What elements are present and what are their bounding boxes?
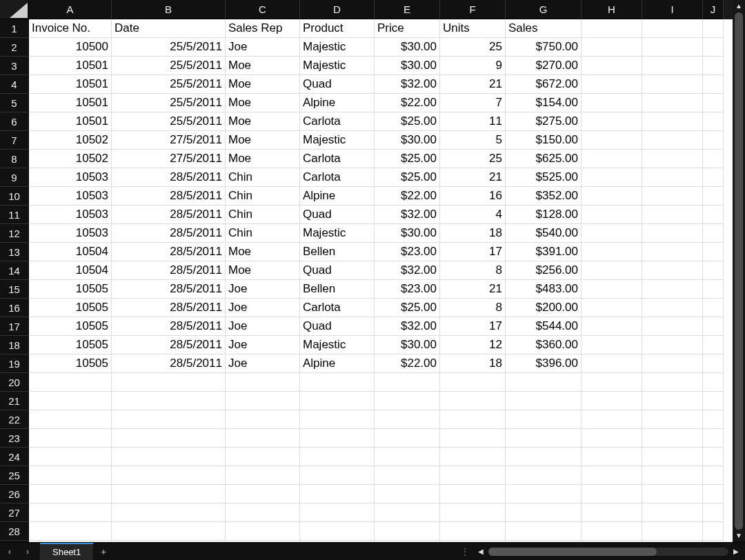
cell-J1[interactable] [703,19,724,38]
scroll-right-arrow-icon[interactable]: ▶︎ [730,548,742,555]
cell-B14[interactable]: 28/5/2011 [112,261,226,280]
cell-F5[interactable]: 7 [440,94,506,112]
cell-I14[interactable] [642,261,703,280]
cell-J6[interactable] [703,112,724,131]
cell-G27[interactable] [506,503,582,522]
cell-G17[interactable]: $544.00 [506,317,582,336]
cell-E6[interactable]: $25.00 [375,112,440,131]
scroll-down-arrow-icon[interactable]: ▼ [733,530,745,542]
cell-C7[interactable]: Moe [226,131,300,150]
cell-C18[interactable]: Joe [226,336,300,354]
cell-G12[interactable]: $540.00 [506,224,582,243]
cell-D18[interactable]: Majestic [300,336,375,354]
cell-H4[interactable] [582,75,642,94]
row-header-11[interactable]: 11 [0,206,29,224]
column-header-E[interactable]: E [375,0,440,19]
cell-A6[interactable]: 10501 [29,112,112,131]
cell-D2[interactable]: Majestic [300,38,375,57]
cell-J29[interactable] [703,541,724,542]
row-header-5[interactable]: 5 [0,94,29,112]
cell-I23[interactable] [642,429,703,448]
cell-H16[interactable] [582,299,642,317]
cell-I5[interactable] [642,94,703,112]
cell-C28[interactable] [226,522,300,541]
cell-F2[interactable]: 25 [440,38,506,57]
cell-C27[interactable] [226,503,300,522]
cell-D15[interactable]: Bellen [300,280,375,299]
cell-H6[interactable] [582,112,642,131]
cell-E26[interactable] [375,485,440,503]
row-header-18[interactable]: 18 [0,336,29,354]
cell-I18[interactable] [642,336,703,354]
cell-I20[interactable] [642,373,703,392]
cell-D6[interactable]: Carlota [300,112,375,131]
cell-B6[interactable]: 25/5/2011 [112,112,226,131]
cell-J16[interactable] [703,299,724,317]
cell-I9[interactable] [642,168,703,187]
cell-H23[interactable] [582,429,642,448]
row-header-16[interactable]: 16 [0,299,29,317]
cell-B5[interactable]: 25/5/2011 [112,94,226,112]
row-header-14[interactable]: 14 [0,261,29,280]
horizontal-scrollbar[interactable]: ⋮ ◀︎ ▶︎ [455,543,745,560]
cell-I29[interactable] [642,541,703,542]
cell-I3[interactable] [642,57,703,75]
cell-H10[interactable] [582,187,642,206]
cell-J21[interactable] [703,392,724,410]
cell-B12[interactable]: 28/5/2011 [112,224,226,243]
cell-B23[interactable] [112,429,226,448]
cell-B2[interactable]: 25/5/2011 [112,38,226,57]
cell-H2[interactable] [582,38,642,57]
cell-I22[interactable] [642,410,703,429]
cell-I11[interactable] [642,206,703,224]
row-header-29[interactable]: 29 [0,541,29,542]
row-header-20[interactable]: 20 [0,373,29,392]
hscroll-splitter-icon[interactable]: ⋮ [455,547,475,557]
cell-G28[interactable] [506,522,582,541]
cell-A17[interactable]: 10505 [29,317,112,336]
scroll-up-arrow-icon[interactable]: ▲ [733,0,745,12]
cell-D19[interactable]: Alpine [300,354,375,373]
cell-E3[interactable]: $30.00 [375,57,440,75]
column-header-D[interactable]: D [300,0,375,19]
cell-J18[interactable] [703,336,724,354]
cell-C24[interactable] [226,448,300,466]
cell-C22[interactable] [226,410,300,429]
cell-H25[interactable] [582,466,642,485]
cell-G24[interactable] [506,448,582,466]
cell-J13[interactable] [703,243,724,261]
cell-E11[interactable]: $32.00 [375,206,440,224]
cell-F25[interactable] [440,466,506,485]
cell-F1[interactable]: Units [440,19,506,38]
cell-A12[interactable]: 10503 [29,224,112,243]
cell-grid[interactable]: Invoice No.DateSales RepProductPriceUnit… [29,19,733,542]
cell-G2[interactable]: $750.00 [506,38,582,57]
cell-B18[interactable]: 28/5/2011 [112,336,226,354]
cell-A4[interactable]: 10501 [29,75,112,94]
row-header-25[interactable]: 25 [0,466,29,485]
cell-J9[interactable] [703,168,724,187]
row-header-6[interactable]: 6 [0,112,29,131]
sheet-nav-prev-icon[interactable]: ‹ [4,547,15,557]
cell-J3[interactable] [703,57,724,75]
cell-C20[interactable] [226,373,300,392]
cell-F29[interactable] [440,541,506,542]
cell-F8[interactable]: 25 [440,150,506,168]
cell-A16[interactable]: 10505 [29,299,112,317]
cell-J12[interactable] [703,224,724,243]
cell-H3[interactable] [582,57,642,75]
cell-A21[interactable] [29,392,112,410]
cell-F7[interactable]: 5 [440,131,506,150]
cell-I7[interactable] [642,131,703,150]
cell-G21[interactable] [506,392,582,410]
cell-B8[interactable]: 27/5/2011 [112,150,226,168]
cell-H26[interactable] [582,485,642,503]
cell-I25[interactable] [642,466,703,485]
cell-H8[interactable] [582,150,642,168]
cell-G18[interactable]: $360.00 [506,336,582,354]
cell-F9[interactable]: 21 [440,168,506,187]
scroll-left-arrow-icon[interactable]: ◀︎ [475,548,487,555]
cell-F15[interactable]: 21 [440,280,506,299]
cell-J25[interactable] [703,466,724,485]
cell-E9[interactable]: $25.00 [375,168,440,187]
